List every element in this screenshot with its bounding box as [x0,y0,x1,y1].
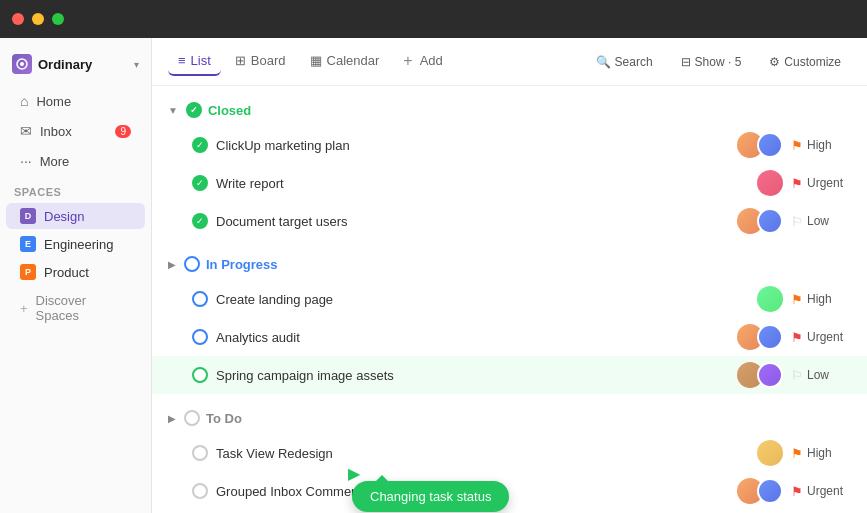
home-icon: ⌂ [20,93,28,109]
in-progress-group-badge: In Progress [184,256,278,272]
design-space-color: D [20,208,36,224]
tab-list[interactable]: ≡ List [168,47,221,76]
sidebar-item-home[interactable]: ⌂ Home [6,87,145,115]
table-row[interactable]: ⠿ Grouped Inbox Comments ⚑ Urgent [152,472,867,510]
priority-flag-icon: ⚑ [791,446,803,461]
tab-board[interactable]: ⊞ Board [225,47,296,76]
search-label: Search [615,55,653,69]
table-row[interactable]: ⠿ ✓ ClickUp marketing plan ⚑ High [152,126,867,164]
closed-group-badge: ✓ Closed [186,102,251,118]
tab-add-label: Add [420,53,443,68]
minimize-button[interactable] [32,13,44,25]
table-row[interactable]: ⠿ Analytics audit ⚑ Urgent [152,318,867,356]
list-tab-icon: ≡ [178,53,186,68]
discover-plus-icon: + [20,301,28,316]
task-status-closed: ✓ [192,213,208,229]
priority-label: Low [807,214,829,228]
task-status-in-progress [192,291,208,307]
priority-badge: ⚑ High [791,446,851,461]
task-status-closed: ✓ [192,175,208,191]
priority-label: Low [807,368,829,382]
workspace-selector[interactable]: Ordinary ▾ [0,48,151,80]
priority-badge: ⚐ Low [791,368,851,383]
tab-list-label: List [191,53,211,68]
workspace-chevron-icon: ▾ [134,59,139,70]
priority-flag-icon: ⚐ [791,368,803,383]
maximize-button[interactable] [52,13,64,25]
closed-chevron-icon: ▼ [168,105,178,116]
close-button[interactable] [12,13,24,25]
add-tab-icon: + [403,52,412,70]
customize-button[interactable]: ⚙ Customize [759,50,851,74]
content-area: ≡ List ⊞ Board ▦ Calendar + Add 🔍 Search [152,38,867,513]
todo-group-badge: To Do [184,410,242,426]
tooltip-text: Changing task status [370,489,491,504]
avatar [757,132,783,158]
todo-chevron-icon: ▶ [168,413,176,424]
tab-add[interactable]: + Add [393,46,452,78]
sidebar-item-product[interactable]: P Product [6,259,145,285]
table-row[interactable]: ⠿ Spring campaign image assets ⚐ Low [152,356,867,394]
discover-spaces-button[interactable]: + Discover Spaces [6,288,145,328]
priority-badge: ⚑ Urgent [791,484,851,499]
tab-calendar[interactable]: ▦ Calendar [300,47,390,76]
priority-badge: ⚑ Urgent [791,330,851,345]
task-name: Write report [216,176,749,191]
task-status-closed: ✓ [192,137,208,153]
design-space-label: Design [44,209,84,224]
priority-badge: ⚑ Urgent [791,176,851,191]
avatar [757,324,783,350]
task-name: Analytics audit [216,330,729,345]
home-label: Home [36,94,71,109]
more-icon: ··· [20,153,32,169]
workspace-name: Ordinary [38,57,128,72]
inbox-icon: ✉ [20,123,32,139]
sidebar-item-inbox[interactable]: ✉ Inbox 9 [6,117,145,145]
priority-badge: ⚑ High [791,292,851,307]
table-row[interactable]: ⠿ Create landing page ⚑ High [152,280,867,318]
task-avatars [737,208,783,234]
avatar [757,440,783,466]
priority-label: High [807,292,832,306]
sidebar-item-design[interactable]: D Design [6,203,145,229]
product-space-color: P [20,264,36,280]
sidebar-item-more[interactable]: ··· More [6,147,145,175]
group-header-closed[interactable]: ▼ ✓ Closed [152,94,867,126]
inbox-label: Inbox [40,124,72,139]
engineering-space-color: E [20,236,36,252]
priority-label: Urgent [807,484,843,498]
priority-flag-icon: ⚑ [791,330,803,345]
sidebar-item-engineering[interactable]: E Engineering [6,231,145,257]
show-icon: ⊟ [681,55,691,69]
task-status-in-progress [192,329,208,345]
priority-flag-icon: ⚑ [791,484,803,499]
svg-point-1 [20,62,24,66]
group-header-todo[interactable]: ▶ To Do [152,402,867,434]
cursor-pointer: ▶ [348,464,360,483]
task-avatars [737,324,783,350]
search-button[interactable]: 🔍 Search [586,50,663,74]
avatar [757,170,783,196]
workspace-icon [12,54,32,74]
task-avatars [737,362,783,388]
priority-label: High [807,138,832,152]
task-status-in-progress [192,367,208,383]
todo-status-dot [184,410,200,426]
priority-flag-icon: ⚑ [791,292,803,307]
tab-board-label: Board [251,53,286,68]
priority-flag-icon: ⚐ [791,214,803,229]
table-row[interactable]: ⠿ ✓ Document target users ⚐ Low [152,202,867,240]
task-name: Document target users [216,214,729,229]
content-header: ≡ List ⊞ Board ▦ Calendar + Add 🔍 Search [152,38,867,86]
avatar [757,208,783,234]
titlebar [0,0,867,38]
tab-calendar-label: Calendar [327,53,380,68]
closed-status-dot: ✓ [186,102,202,118]
table-row[interactable]: ⠿ Task View Redesign ⚑ High [152,434,867,472]
task-avatars [757,170,783,196]
table-row[interactable]: ⠿ ✓ Write report ⚑ Urgent [152,164,867,202]
task-avatars [737,132,783,158]
in-progress-chevron-icon: ▶ [168,259,176,270]
group-header-in-progress[interactable]: ▶ In Progress [152,248,867,280]
show-button[interactable]: ⊟ Show · 5 [671,50,752,74]
